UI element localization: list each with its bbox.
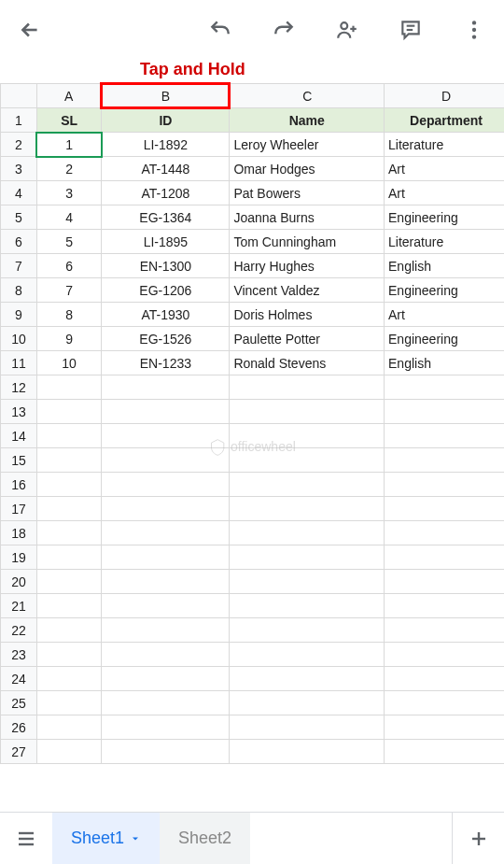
- cell[interactable]: [102, 618, 230, 643]
- cell[interactable]: [102, 375, 230, 400]
- cell[interactable]: [230, 545, 385, 570]
- corner-cell[interactable]: [1, 84, 37, 108]
- cell[interactable]: [230, 691, 385, 715]
- row-header[interactable]: 9: [1, 303, 37, 327]
- cell[interactable]: Omar Hodges: [230, 157, 385, 181]
- more-button[interactable]: [454, 9, 495, 50]
- cell[interactable]: [102, 424, 230, 448]
- cell[interactable]: [385, 715, 504, 740]
- row-header[interactable]: 13: [1, 400, 37, 424]
- cell[interactable]: [230, 618, 385, 643]
- row-header[interactable]: 25: [1, 691, 37, 715]
- cell[interactable]: [385, 375, 504, 400]
- cell[interactable]: Pat Bowers: [230, 181, 385, 205]
- cell[interactable]: [36, 473, 102, 497]
- row-header[interactable]: 17: [1, 497, 37, 521]
- cell[interactable]: Harry Hughes: [230, 254, 385, 278]
- cell[interactable]: LI-1895: [102, 230, 230, 254]
- cell[interactable]: [230, 715, 385, 740]
- cell[interactable]: [36, 740, 102, 764]
- cell[interactable]: Joanna Burns: [230, 205, 385, 230]
- cell[interactable]: [230, 594, 385, 618]
- cell[interactable]: 8: [36, 303, 102, 327]
- cell[interactable]: Engineering: [385, 205, 504, 230]
- cell[interactable]: 3: [36, 181, 102, 205]
- spreadsheet-area[interactable]: A B C D 1 SL ID Name Department 21LI-189…: [0, 82, 504, 812]
- cell[interactable]: [102, 691, 230, 715]
- row-header[interactable]: 21: [1, 594, 37, 618]
- header-cell[interactable]: Department: [385, 108, 504, 133]
- cell[interactable]: [385, 643, 504, 667]
- row-header[interactable]: 11: [1, 351, 37, 375]
- cell[interactable]: [385, 497, 504, 521]
- cell[interactable]: [102, 545, 230, 570]
- cell[interactable]: AT-1930: [102, 303, 230, 327]
- cell[interactable]: EG-1526: [102, 327, 230, 351]
- cell[interactable]: [385, 667, 504, 691]
- cell[interactable]: Tom Cunningham: [230, 230, 385, 254]
- row-header[interactable]: 16: [1, 473, 37, 497]
- cell[interactable]: [230, 667, 385, 691]
- row-header[interactable]: 5: [1, 205, 37, 230]
- cell[interactable]: 5: [36, 230, 102, 254]
- cell[interactable]: [36, 497, 102, 521]
- cell[interactable]: LI-1892: [102, 133, 230, 157]
- cell[interactable]: [36, 545, 102, 570]
- cell[interactable]: [102, 521, 230, 545]
- cell[interactable]: English: [385, 351, 504, 375]
- row-header[interactable]: 10: [1, 327, 37, 351]
- cell[interactable]: [36, 400, 102, 424]
- cell[interactable]: Vincent Valdez: [230, 278, 385, 303]
- cell[interactable]: Art: [385, 157, 504, 181]
- cell[interactable]: [230, 400, 385, 424]
- row-header[interactable]: 20: [1, 570, 37, 594]
- cell[interactable]: EN-1300: [102, 254, 230, 278]
- cell[interactable]: Literature: [385, 230, 504, 254]
- row-header[interactable]: 7: [1, 254, 37, 278]
- cell[interactable]: [385, 594, 504, 618]
- cell[interactable]: 9: [36, 327, 102, 351]
- row-header[interactable]: 26: [1, 715, 37, 740]
- cell[interactable]: [230, 473, 385, 497]
- cell[interactable]: Art: [385, 181, 504, 205]
- cell[interactable]: [385, 521, 504, 545]
- cell[interactable]: [230, 375, 385, 400]
- cell[interactable]: [36, 643, 102, 667]
- cell[interactable]: EG-1206: [102, 278, 230, 303]
- add-sheet-button[interactable]: [452, 813, 504, 864]
- cell[interactable]: 4: [36, 205, 102, 230]
- cell[interactable]: [385, 570, 504, 594]
- row-header[interactable]: 23: [1, 643, 37, 667]
- share-button[interactable]: [327, 9, 368, 50]
- cell[interactable]: English: [385, 254, 504, 278]
- cell[interactable]: 2: [36, 157, 102, 181]
- row-header[interactable]: 15: [1, 448, 37, 473]
- row-header[interactable]: 2: [1, 133, 37, 157]
- cell[interactable]: Art: [385, 303, 504, 327]
- cell[interactable]: [230, 570, 385, 594]
- cell[interactable]: [385, 473, 504, 497]
- cell[interactable]: Ronald Stevens: [230, 351, 385, 375]
- cell[interactable]: [385, 448, 504, 473]
- cell[interactable]: [36, 691, 102, 715]
- cell[interactable]: [102, 570, 230, 594]
- cell[interactable]: [385, 545, 504, 570]
- cell[interactable]: Doris Holmes: [230, 303, 385, 327]
- sheet-tab-active[interactable]: Sheet1: [52, 813, 160, 864]
- col-header-C[interactable]: C: [230, 84, 385, 108]
- col-header-B[interactable]: B: [102, 84, 230, 108]
- all-sheets-button[interactable]: [0, 813, 52, 864]
- col-header-D[interactable]: D: [385, 84, 504, 108]
- header-cell[interactable]: SL: [36, 108, 102, 133]
- cell[interactable]: Leroy Wheeler: [230, 133, 385, 157]
- row-header[interactable]: 18: [1, 521, 37, 545]
- cell[interactable]: 1: [36, 133, 102, 157]
- row-header[interactable]: 1: [1, 108, 37, 133]
- cell[interactable]: [36, 521, 102, 545]
- cell[interactable]: 6: [36, 254, 102, 278]
- undo-button[interactable]: [200, 9, 241, 50]
- col-header-A[interactable]: A: [36, 84, 102, 108]
- row-header[interactable]: 4: [1, 181, 37, 205]
- cell[interactable]: [36, 667, 102, 691]
- row-header[interactable]: 6: [1, 230, 37, 254]
